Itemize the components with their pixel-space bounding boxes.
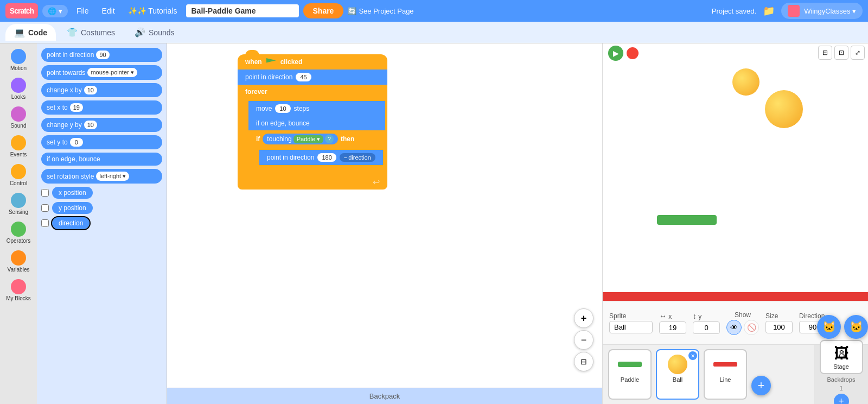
block-xpos-label: x position (52, 187, 93, 199)
category-motion[interactable]: Motion (1, 46, 36, 74)
tutorials-button[interactable]: ✨ ✨ Tutorials (124, 4, 182, 17)
block-set-y[interactable]: set y to 0 (41, 135, 162, 149)
value-180: 180 (317, 153, 336, 162)
category-control[interactable]: Control (1, 161, 36, 190)
add-sprite-fab-button[interactable]: 🐱 (844, 315, 868, 339)
script-canvas: when clicked point in direction 45 forev… (167, 43, 602, 404)
block-move[interactable]: move 10 steps (248, 101, 385, 116)
category-looks[interactable]: Looks (1, 74, 36, 103)
category-operators[interactable]: Operators (1, 218, 36, 247)
block-forever[interactable]: forever (238, 85, 387, 99)
category-events[interactable]: Events (1, 132, 36, 161)
block-point-towards[interactable]: point towards mouse-pointer ▾ (41, 65, 162, 80)
add-sprite-button[interactable]: + (751, 376, 771, 395)
y-group: ↕ y 0 (693, 312, 720, 334)
stage-expand-button[interactable]: ⊡ (834, 46, 848, 60)
y-label: ↕ y (693, 312, 720, 320)
x-value[interactable]: 19 (659, 321, 686, 334)
block-if-on-edge[interactable]: if on edge, bounce (41, 153, 162, 166)
folder-icon[interactable]: 📁 (763, 5, 775, 17)
y-value[interactable]: 0 (693, 321, 720, 334)
line-icon (713, 362, 737, 367)
hat-notch (245, 50, 259, 58)
zoom-out-button[interactable]: − (574, 330, 593, 350)
script-stack[interactable]: when clicked point in direction 45 forev… (238, 54, 387, 190)
block-check-direction[interactable]: direction (41, 217, 162, 229)
cat-fab-button[interactable]: 🐱 (817, 315, 841, 339)
hide-visible-button[interactable]: 🚫 (744, 320, 759, 335)
file-menu[interactable]: File (72, 4, 93, 17)
edit-menu[interactable]: Edit (98, 4, 119, 17)
sprite-thumb-ball[interactable]: ✕ Ball (656, 349, 699, 400)
see-project-button[interactable]: 🔄 See Project Page (348, 7, 413, 15)
forever-body: move 10 steps if on edge, bounce if touc… (238, 99, 387, 175)
block-change-y[interactable]: change y by 10 (41, 118, 162, 132)
ball-delete-button[interactable]: ✕ (688, 351, 697, 360)
stop-button[interactable] (627, 47, 639, 59)
sprite-thumb-line[interactable]: Line (704, 349, 747, 400)
paddle-sprite (657, 215, 717, 225)
scratch-logo[interactable]: Scratch (5, 3, 38, 18)
block-set-x[interactable]: set x to 19 (41, 100, 162, 115)
project-title-input[interactable] (186, 4, 299, 17)
size-value[interactable]: 100 (765, 321, 793, 333)
block-check-ypos[interactable]: y position (41, 202, 162, 214)
block-point-dir-180[interactable]: point in direction 180 − direction (259, 150, 383, 165)
visibility-controls: 👁 🚫 (726, 320, 759, 335)
sprite-label: Sprite (609, 312, 653, 320)
share-button[interactable]: Share (303, 3, 344, 18)
loop-arrow: ↩ (373, 177, 380, 187)
block-point-dir-45[interactable]: point in direction 45 (238, 70, 387, 85)
stage-select-button[interactable]: 🖼 Stage (820, 340, 863, 374)
blocks-panel: point in direction 90 point towards mous… (37, 43, 167, 404)
paddle-icon (618, 362, 642, 367)
globe-button[interactable]: 🌐 ▾ (42, 5, 68, 17)
block-change-x[interactable]: change x by 10 (41, 83, 162, 97)
block-set-rotation[interactable]: set rotation style left-right ▾ (41, 169, 162, 184)
if-bottom (248, 167, 385, 173)
tab-costumes[interactable]: 👕 Costumes (58, 24, 124, 41)
checkbox-ypos[interactable] (41, 204, 49, 212)
stage-fullscreen-button[interactable]: ⤢ (851, 46, 865, 60)
category-myblocks[interactable]: My Blocks (1, 276, 36, 305)
block-if[interactable]: if touching Paddle ▾ ? then (248, 130, 385, 148)
stage-shrink-button[interactable]: ⊟ (818, 46, 832, 60)
flag-icon (266, 58, 276, 66)
paddle-dropdown[interactable]: Paddle ▾ (293, 135, 323, 143)
add-backdrop-button[interactable]: + (834, 394, 849, 404)
show-group: Show 👁 🚫 (726, 311, 759, 335)
globe-chevron: ▾ (59, 7, 62, 15)
block-check-xpos[interactable]: x position (41, 187, 162, 199)
backpack-bar[interactable]: Backpack (167, 388, 602, 404)
tabbar: 💻 Code 👕 Costumes 🔊 Sounds (0, 22, 868, 43)
user-badge[interactable]: WiingyClasses ▾ (781, 3, 863, 19)
checkbox-xpos[interactable] (41, 189, 49, 197)
category-variables[interactable]: Variables (1, 247, 36, 276)
star-icon: ✨ (128, 7, 137, 15)
green-flag-button[interactable]: ▶ (608, 46, 623, 61)
hat-block[interactable]: when clicked (238, 54, 387, 70)
tab-code[interactable]: 💻 Code (5, 24, 56, 41)
script-area[interactable]: when clicked point in direction 45 forev… (167, 43, 602, 404)
block-point-in-direction[interactable]: point in direction 90 (41, 48, 162, 62)
zoom-in-button[interactable]: + (574, 308, 593, 328)
user-avatar (788, 5, 800, 17)
sprite-list: Paddle ✕ Ball Line (602, 344, 814, 404)
tab-sounds[interactable]: 🔊 Sounds (126, 24, 183, 41)
sounds-tab-icon: 🔊 (135, 27, 145, 37)
checkbox-direction[interactable] (41, 219, 49, 227)
category-sound[interactable]: Sound (1, 103, 36, 132)
sprite-thumb-paddle[interactable]: Paddle (608, 349, 652, 400)
show-visible-button[interactable]: 👁 (726, 320, 742, 335)
refresh-icon: 🔄 (348, 7, 356, 15)
stage-area: ▶ ⊟ ⊡ ⤢ (602, 43, 868, 301)
topbar-right: Project saved. 📁 WiingyClasses ▾ (712, 3, 863, 19)
paddle-thumb-img (616, 354, 643, 375)
add-sprite-group: + (751, 376, 771, 395)
zoom-fit-button[interactable]: ⊟ (574, 352, 593, 371)
category-sensing[interactable]: Sensing (1, 190, 36, 218)
x-label: ↔ x (659, 312, 686, 320)
sprite-name-input[interactable] (609, 321, 653, 333)
ball-thumb-label: Ball (673, 376, 682, 383)
block-bounce[interactable]: if on edge, bounce (248, 116, 385, 130)
